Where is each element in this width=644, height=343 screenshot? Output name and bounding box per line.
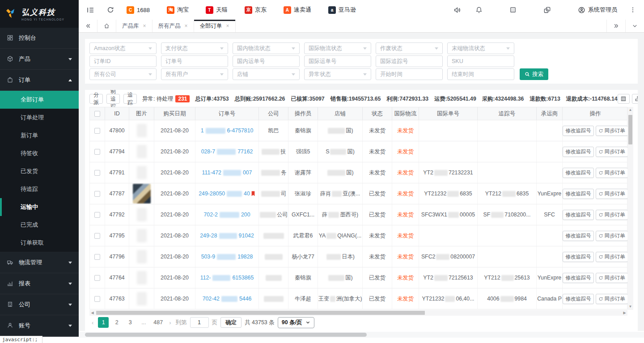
order-number-link[interactable]: 111-472007	[202, 169, 252, 176]
sidebar-subitem[interactable]: 待签收	[0, 144, 79, 162]
select-all-checkbox[interactable]	[94, 111, 100, 117]
filter-input[interactable]	[89, 55, 157, 67]
sidebar-subitem[interactable]: 已发货	[0, 162, 79, 180]
prev-page-icon[interactable]: ‹	[90, 319, 95, 326]
exception-count-badge[interactable]: 231	[175, 95, 190, 102]
edit-tracking-button[interactable]: 修改追踪号	[563, 294, 594, 304]
tab-item[interactable]: 所有产品×	[153, 20, 194, 32]
page-size-select[interactable]: 90 条/页	[278, 317, 314, 328]
close-icon[interactable]: ×	[143, 23, 146, 29]
sidebar-subitem[interactable]: 订单获取	[0, 234, 79, 252]
row-checkbox[interactable]	[94, 233, 100, 239]
sync-order-button[interactable]: 同步订单	[596, 189, 627, 199]
row-checkbox[interactable]	[94, 170, 100, 176]
sync-order-button[interactable]: 同步订单	[596, 210, 627, 220]
user-menu[interactable]: 系统管理员	[578, 6, 617, 14]
apps-icon[interactable]	[509, 6, 517, 13]
table-vertical-scrollbar[interactable]: ▲ ▼	[627, 107, 633, 310]
bell-icon[interactable]	[475, 6, 483, 13]
home-tab-icon[interactable]	[97, 20, 116, 32]
row-checkbox[interactable]	[94, 296, 100, 302]
filter-select[interactable]: Amazon状态	[89, 42, 157, 54]
scroll-left-icon[interactable]: ◀	[89, 311, 95, 315]
filter-select[interactable]: 末端物流状态	[447, 42, 514, 54]
sync-order-button[interactable]: 同步订单	[596, 294, 627, 304]
product-image[interactable]	[133, 184, 151, 203]
edit-tracking-button[interactable]: 修改追踪号	[563, 189, 594, 199]
sync-order-button[interactable]: 同步订单	[596, 273, 627, 283]
edit-tracking-button[interactable]: 修改追踪号	[563, 147, 594, 157]
column-header[interactable]	[90, 107, 105, 120]
vscroll-thumb[interactable]	[628, 115, 632, 144]
sidebar-item-product[interactable]: 产品	[0, 49, 79, 70]
filter-input[interactable]	[376, 68, 443, 80]
sidebar-item-company[interactable]: 公司	[0, 294, 79, 315]
sidebar-subitem[interactable]: 运输中	[0, 198, 79, 216]
next-page-icon[interactable]: ›	[168, 319, 172, 326]
filter-select[interactable]: 作废状态	[376, 42, 443, 54]
hscroll-thumb[interactable]	[96, 311, 425, 315]
sidebar-item-logistics[interactable]: 物流管理	[0, 252, 79, 273]
sidebar-subitem[interactable]: 全部订单	[0, 91, 79, 109]
edit-tracking-button[interactable]: 修改追踪号	[563, 252, 594, 262]
marketplace-link[interactable]: T天猫	[206, 6, 228, 14]
filter-select[interactable]: 店铺	[233, 68, 300, 80]
edit-tracking-button[interactable]: 修改追踪号	[563, 168, 594, 178]
tabs-scroll-left-icon[interactable]	[79, 20, 97, 32]
sync-order-button[interactable]: 同步订单	[596, 126, 627, 136]
table-horizontal-scrollbar[interactable]: ◀ ▶	[89, 310, 627, 316]
page-number[interactable]: 1	[98, 317, 109, 328]
sync-order-button[interactable]: 同步订单	[596, 231, 627, 241]
row-checkbox[interactable]	[94, 149, 100, 155]
tabs-scroll-right-icon[interactable]	[606, 20, 625, 32]
filter-input[interactable]	[304, 55, 371, 67]
edit-tracking-button[interactable]: 修改追踪号	[563, 210, 594, 220]
sync-order-button[interactable]: 同步订单	[596, 147, 627, 157]
refresh-icon[interactable]	[107, 6, 114, 13]
order-number-link[interactable]: 028-777162	[201, 148, 253, 155]
collapse-sidebar-icon[interactable]	[87, 6, 94, 14]
sidebar-subitem[interactable]: 订单处理	[0, 109, 79, 127]
sidebar-item-account[interactable]: 账号	[0, 315, 79, 336]
close-icon[interactable]: ×	[226, 23, 229, 29]
row-checkbox[interactable]	[94, 254, 100, 260]
marketplace-link[interactable]: a亚马逊	[328, 6, 356, 14]
toolbar-button[interactable]: 复制追踪号	[106, 94, 120, 104]
sidebar-item-order[interactable]: 订单	[0, 70, 79, 91]
announce-icon[interactable]	[453, 6, 461, 14]
search-button[interactable]: 搜索	[520, 68, 548, 80]
row-checkbox[interactable]	[94, 128, 100, 134]
marketplace-link[interactable]: 京京东	[245, 6, 267, 14]
filter-input[interactable]	[161, 55, 228, 67]
filter-input[interactable]	[376, 55, 443, 67]
order-number-link[interactable]: 503-919828	[201, 254, 253, 260]
order-number-link[interactable]: 249-2805040	[199, 191, 255, 197]
goto-confirm-button[interactable]: 确定	[220, 317, 242, 328]
columns-setting-icon[interactable]	[618, 94, 630, 104]
filter-select[interactable]: 所有公司	[89, 68, 157, 80]
filter-select[interactable]: 所有用户	[161, 68, 228, 80]
tabs-dropdown-icon[interactable]	[625, 20, 644, 32]
scroll-down-icon[interactable]: ▼	[629, 304, 632, 310]
page-horizontal-scrollbar[interactable]	[79, 332, 644, 338]
order-number-link[interactable]: 16-4757810	[201, 127, 254, 134]
page-number[interactable]: 487	[152, 317, 165, 328]
toolbar-button[interactable]: 分派	[89, 94, 103, 104]
order-number-link[interactable]: 702-2200	[204, 212, 250, 218]
scroll-up-icon[interactable]: ▲	[629, 107, 632, 113]
filter-select[interactable]: 异常状态	[304, 68, 371, 80]
sidebar-subitem[interactable]: 待追踪	[0, 180, 79, 198]
goto-page-input[interactable]	[190, 317, 209, 328]
order-number-link[interactable]: 112-6153865	[200, 275, 254, 281]
close-icon[interactable]: ×	[185, 23, 188, 29]
filter-input[interactable]	[233, 55, 300, 67]
sync-order-button[interactable]: 同步订单	[596, 168, 627, 178]
export-icon[interactable]	[632, 94, 638, 104]
row-checkbox[interactable]	[94, 191, 100, 197]
sidebar-subitem[interactable]: 新订单	[0, 127, 79, 144]
marketplace-link[interactable]: C1688	[127, 6, 150, 14]
sync-order-button[interactable]: 同步订单	[596, 252, 627, 262]
tab-item[interactable]: 产品库×	[116, 20, 153, 32]
page-number[interactable]: 2	[111, 317, 122, 328]
scroll-right-icon[interactable]: ▶	[622, 311, 627, 315]
